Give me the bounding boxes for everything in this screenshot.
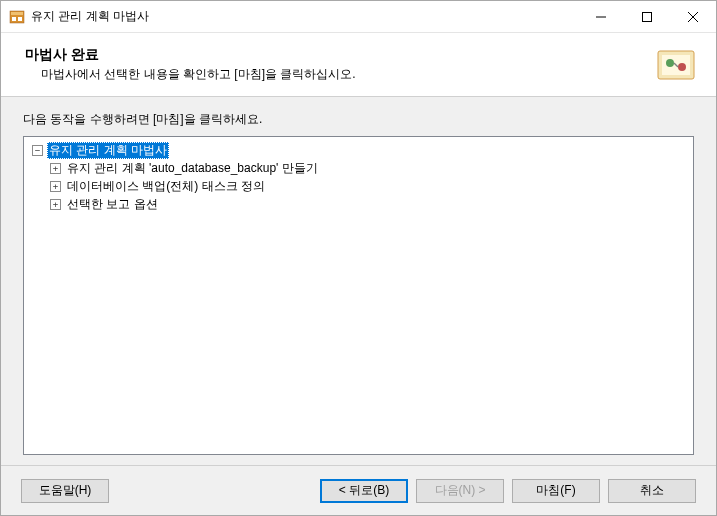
wizard-header: 마법사 완료 마법사에서 선택한 내용을 확인하고 [마침]을 클릭하십시오. [1,33,716,97]
app-icon [9,9,25,25]
tree-item-label[interactable]: 유지 관리 계획 'auto_database_backup' 만들기 [65,160,320,177]
window-controls [578,1,716,32]
svg-rect-2 [12,17,16,21]
cancel-button[interactable]: 취소 [608,479,696,503]
instruction-text: 다음 동작을 수행하려면 [마침]을 클릭하세요. [23,111,694,128]
expand-icon[interactable]: + [50,163,61,174]
expand-icon[interactable]: + [50,199,61,210]
svg-rect-3 [18,17,22,21]
collapse-icon[interactable]: − [32,145,43,156]
tree-item[interactable]: + 선택한 보고 옵션 [28,195,689,213]
tree-item[interactable]: + 유지 관리 계획 'auto_database_backup' 만들기 [28,159,689,177]
wizard-window: 유지 관리 계획 마법사 마법사 완료 마법사에서 선택한 내용을 확인하고 [… [0,0,717,516]
tree-item-label[interactable]: 데이터베이스 백업(전체) 태스크 정의 [65,178,267,195]
minimize-button[interactable] [578,1,624,32]
window-title: 유지 관리 계획 마법사 [31,8,578,25]
svg-rect-1 [11,12,23,15]
header-text: 마법사 완료 마법사에서 선택한 내용을 확인하고 [마침]을 클릭하십시오. [25,46,652,83]
button-bar: 도움말(H) < 뒤로(B) 다음(N) > 마침(F) 취소 [1,465,716,515]
tree-item-label[interactable]: 선택한 보고 옵션 [65,196,160,213]
tree-root-label[interactable]: 유지 관리 계획 마법사 [47,142,169,159]
header-title: 마법사 완료 [25,46,652,64]
back-button[interactable]: < 뒤로(B) [320,479,408,503]
svg-rect-5 [643,12,652,21]
content-area: 다음 동작을 수행하려면 [마침]을 클릭하세요. − 유지 관리 계획 마법사… [1,97,716,465]
tree-root-node[interactable]: − 유지 관리 계획 마법사 [28,141,689,159]
summary-tree[interactable]: − 유지 관리 계획 마법사 + 유지 관리 계획 'auto_database… [23,136,694,455]
expand-icon[interactable]: + [50,181,61,192]
maximize-button[interactable] [624,1,670,32]
svg-point-10 [666,59,674,67]
tree-item[interactable]: + 데이터베이스 백업(전체) 태스크 정의 [28,177,689,195]
wizard-header-icon [652,41,700,89]
header-subtitle: 마법사에서 선택한 내용을 확인하고 [마침]을 클릭하십시오. [25,66,652,83]
help-button[interactable]: 도움말(H) [21,479,109,503]
close-button[interactable] [670,1,716,32]
titlebar: 유지 관리 계획 마법사 [1,1,716,33]
finish-button[interactable]: 마침(F) [512,479,600,503]
next-button: 다음(N) > [416,479,504,503]
tree-children: + 유지 관리 계획 'auto_database_backup' 만들기 + … [28,159,689,213]
svg-point-11 [678,63,686,71]
